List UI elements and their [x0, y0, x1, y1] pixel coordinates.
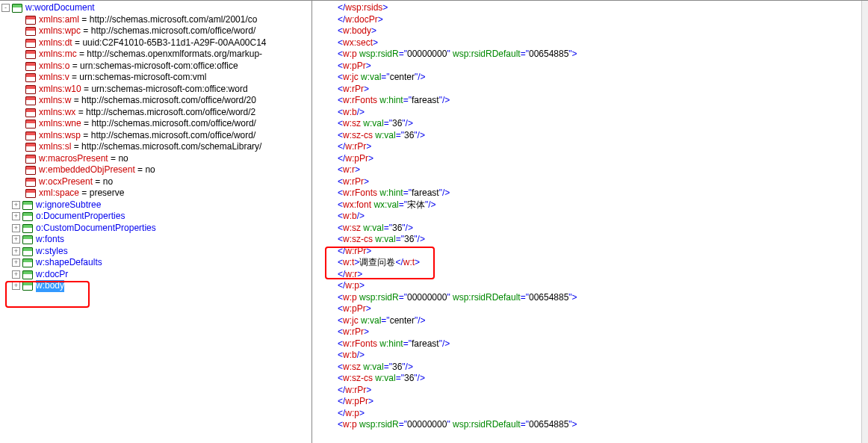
xml-token: >	[371, 25, 376, 36]
expand-icon[interactable]: +	[12, 201, 20, 209]
xml-token: 00654885	[529, 49, 568, 59]
xml-line[interactable]: <w:sz w:val="36"/>	[312, 118, 861, 130]
tree-pane[interactable]: -w:wordDocumentxmlns:aml = http://schema…	[0, 1, 312, 443]
xml-token: <	[338, 326, 343, 337]
tree-attr-xmlns-v[interactable]: xmlns:v = urn:schemas-microsoft-com:vml	[0, 72, 311, 84]
tree-node-o-DocumentProperties[interactable]: +o:DocumentProperties	[0, 211, 311, 223]
expand-icon[interactable]: +	[12, 282, 20, 290]
tree-attr-xmlns-wne[interactable]: xmlns:wne = http://schemas.microsoft.com…	[0, 118, 311, 130]
xml-token: <	[338, 164, 343, 175]
tree-attr-w-macrosPresent[interactable]: w:macrosPresent = no	[0, 153, 311, 165]
expand-icon[interactable]: +	[12, 224, 20, 232]
xml-token: w:val	[363, 223, 383, 233]
xml-line[interactable]: <w:b/>	[312, 107, 861, 119]
xml-line[interactable]: <w:rFonts w:hint="fareast"/>	[312, 188, 861, 199]
tree-attr-xmlns-wpc[interactable]: xmlns:wpc = http://schemas.microsoft.com…	[0, 25, 311, 37]
xml-token: ="	[403, 95, 412, 105]
tree-attr-xmlns-w[interactable]: xmlns:w = http://schemas.microsoft.com/o…	[0, 95, 311, 107]
tree-attr-w-ocxPresent[interactable]: w:ocxPresent = no	[0, 176, 311, 188]
expander-placeholder	[15, 16, 23, 24]
attribute-icon	[25, 15, 37, 25]
xml-line[interactable]: </w:p>	[312, 408, 861, 420]
xml-line[interactable]: <w:rFonts w:hint="fareast"/>	[312, 95, 861, 107]
xml-line[interactable]: <w:body>	[312, 25, 861, 37]
expand-icon[interactable]: +	[12, 235, 20, 244]
scrollbar-vertical[interactable]	[862, 1, 868, 443]
xml-line[interactable]: <w:p wsp:rsidR="00000000" wsp:rsidRDefau…	[312, 419, 861, 431]
tree-attr-xmlns-o[interactable]: xmlns:o = urn:schemas-microsoft-com:offi…	[0, 61, 311, 72]
xml-line[interactable]: <w:sz w:val="36"/>	[312, 362, 861, 374]
xml-line[interactable]: <w:sz-cs w:val="36"/>	[312, 130, 861, 142]
xml-line[interactable]: <w:rPr>	[312, 176, 861, 188]
xml-line[interactable]: </w:rPr>	[312, 246, 861, 258]
tree-attr-xmlns-wx[interactable]: xmlns:wx = http://schemas.microsoft.com/…	[0, 107, 311, 119]
xml-token: >	[364, 84, 369, 94]
xml-line[interactable]: <w:pPr>	[312, 61, 861, 72]
tree-attr-xmlns-mc[interactable]: xmlns:mc = http://schemas.openxmlformats…	[0, 49, 311, 61]
xml-line[interactable]: <w:p wsp:rsidR="00000000" wsp:rsidRDefau…	[312, 292, 861, 304]
xml-line[interactable]: </w:r>	[312, 269, 861, 281]
xml-line[interactable]: <w:sz-cs w:val="36"/>	[312, 373, 861, 385]
tree-node-label: xmlns:wsp = http://schemas.microsoft.com…	[39, 130, 255, 142]
tree-node-w-shapeDefaults[interactable]: +w:shapeDefaults	[0, 257, 311, 269]
xml-line[interactable]: <w:rFonts w:hint="fareast"/>	[312, 338, 861, 350]
xml-line[interactable]: <w:rPr>	[312, 326, 861, 338]
xml-token: w:jc	[343, 72, 361, 82]
xml-token: <	[338, 199, 343, 210]
tree-node-label: xmlns:dt = uuid:C2F41010-65B3-11d1-A29F-…	[39, 37, 267, 49]
collapse-icon[interactable]: -	[1, 4, 10, 12]
tree-root[interactable]: -w:wordDocument	[0, 2, 311, 14]
xml-line[interactable]: </w:rPr>	[312, 141, 861, 153]
xml-token: w:t	[343, 257, 354, 267]
attribute-icon	[25, 154, 37, 164]
xml-line[interactable]: <w:p wsp:rsidR="00000000" wsp:rsidRDefau…	[312, 49, 861, 61]
xml-line[interactable]: </w:rPr>	[312, 385, 861, 397]
tree-attr-w-embeddedObjPresent[interactable]: w:embeddedObjPresent = no	[0, 164, 311, 176]
expand-icon[interactable]: +	[12, 270, 20, 279]
xml-line[interactable]: </wsp:rsids>	[312, 2, 861, 14]
xml-line[interactable]: <w:r>	[312, 164, 861, 176]
tree-node-o-CustomDocumentProperties[interactable]: +o:CustomDocumentProperties	[0, 223, 311, 235]
xml-line[interactable]: </w:docPr>	[312, 14, 861, 26]
xml-token: w:body	[343, 25, 371, 36]
tree-attr-xmlns-w10[interactable]: xmlns:w10 = urn:schemas-microsoft-com:of…	[0, 84, 311, 96]
xml-line[interactable]: <w:sz-cs w:val="36"/>	[312, 234, 861, 246]
xml-line[interactable]: <wx:font wx:val="宋体"/>	[312, 199, 861, 211]
xml-line[interactable]: <w:b/>	[312, 211, 861, 223]
xml-line[interactable]: <w:b/>	[312, 350, 861, 362]
tree-node-w-ignoreSubtree[interactable]: +w:ignoreSubtree	[0, 199, 311, 211]
xml-token: 调查问卷	[359, 257, 395, 267]
tree-node-w-styles[interactable]: +w:styles	[0, 246, 311, 258]
tree-node-w-docPr[interactable]: +w:docPr	[0, 269, 311, 281]
tree-node-w-body[interactable]: +w:body	[0, 280, 311, 292]
xml-token: <	[338, 338, 343, 349]
xml-line[interactable]: <w:t>调查问卷</w:t>	[312, 257, 861, 269]
xml-line[interactable]: </w:p>	[312, 280, 861, 292]
tree-attr-xmlns-aml[interactable]: xmlns:aml = http://schemas.microsoft.com…	[0, 14, 311, 26]
tree-node-w-fonts[interactable]: +w:fonts	[0, 234, 311, 246]
tree-attr-xmlns-dt[interactable]: xmlns:dt = uuid:C2F41010-65B3-11d1-A29F-…	[0, 37, 311, 49]
tree-attr-xml-space[interactable]: xml:space = preserve	[0, 188, 311, 199]
xml-line[interactable]: <w:rPr>	[312, 84, 861, 96]
xml-line[interactable]: <w:pPr>	[312, 303, 861, 315]
expander-placeholder	[15, 50, 23, 58]
xml-token: 36	[392, 118, 402, 128]
tree-attr-xmlns-wsp[interactable]: xmlns:wsp = http://schemas.microsoft.com…	[0, 130, 311, 142]
xml-source-pane[interactable]: </wsp:rsids></w:docPr><w:body><wx:sect><…	[312, 1, 862, 443]
xml-line[interactable]: </w:pPr>	[312, 153, 861, 165]
xml-token: <	[338, 49, 343, 59]
xml-line[interactable]: <wx:sect>	[312, 37, 861, 49]
xml-token: <	[338, 118, 343, 128]
xml-line[interactable]: <w:sz w:val="36"/>	[312, 223, 861, 235]
xml-token: w:val	[375, 234, 395, 244]
xml-token: >	[366, 303, 371, 314]
xml-token: <	[338, 419, 343, 430]
expand-icon[interactable]: +	[12, 212, 20, 220]
xml-line[interactable]: <w:jc w:val="center"/>	[312, 72, 861, 84]
xml-line[interactable]: </w:pPr>	[312, 396, 861, 408]
expand-icon[interactable]: +	[12, 247, 20, 255]
xml-token: <	[338, 37, 343, 48]
xml-line[interactable]: <w:jc w:val="center"/>	[312, 315, 861, 327]
tree-attr-xmlns-sl[interactable]: xmlns:sl = http://schemas.microsoft.com/…	[0, 141, 311, 153]
expand-icon[interactable]: +	[12, 258, 20, 267]
